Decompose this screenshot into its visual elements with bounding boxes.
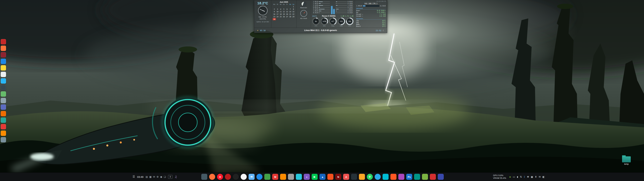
memory-bar-left [319, 3, 330, 4]
dock-app-youtube[interactable] [1, 124, 6, 130]
desktop-folder-temp[interactable]: temp [620, 155, 632, 165]
dock-app-media-player[interactable] [1, 52, 6, 58]
screenshot-icon[interactable]: ◉ [160, 176, 162, 178]
taskbar-app-amber[interactable] [359, 174, 365, 180]
calendar-grid: 1234567891011121314151617181920212223242… [271, 5, 296, 20]
memory-bar-left [319, 11, 330, 11]
music-player-icon[interactable]: ♫ [174, 175, 177, 178]
taskbar-app-mail[interactable]: ✉ [248, 174, 254, 180]
taskbar-app-whatsapp[interactable]: ✆ [367, 174, 373, 180]
calendar-weekday: Sa [289, 4, 292, 5]
memory-rows: 2.9GiB0.9GiB1.4GiB0.3GiB3.1GiB1.2GiB0.8G… [312, 1, 354, 14]
dock-app-browser-blue[interactable] [1, 59, 6, 64]
app-menu-button[interactable]: ⠿ [132, 175, 135, 179]
network-icon[interactable]: ⇅ [520, 176, 522, 178]
clipboard-icon[interactable]: ▣ [531, 176, 533, 178]
taskbar-app-terminal[interactable] [201, 174, 207, 180]
folder-label: temp [620, 163, 632, 165]
taskbar-app-play[interactable]: ▶ [312, 174, 318, 180]
mail-icon[interactable]: ✉ [153, 176, 155, 178]
calendar-day: 27 [286, 16, 289, 18]
dock-app-firefox[interactable] [1, 46, 6, 51]
dock-app-photos[interactable] [1, 91, 6, 97]
dock-app-telegram[interactable] [1, 78, 6, 84]
taskbar-app-photoshop[interactable]: Ps [406, 174, 412, 180]
shield-icon[interactable]: ✚ [527, 176, 529, 178]
calendar-day: 19 [282, 13, 286, 15]
dock-app-mail[interactable] [1, 72, 6, 77]
taskbar-app-firefox[interactable] [209, 174, 215, 180]
dock-app-settings[interactable] [1, 137, 6, 142]
clock-hour-hand [263, 10, 265, 12]
bluetooth-icon[interactable]: ᛒ [524, 176, 525, 178]
info-value: 0.42 MiB/s [377, 10, 386, 12]
taskbar-app-cyan[interactable] [296, 174, 302, 180]
sunrise-icon: ☀ [257, 30, 258, 32]
info-value: 4.6 GiB [380, 15, 386, 17]
taskbar-right-group: GPU 9.8% VRAM 55.4% ◈▭◖⇅ᛒ✚▣⬆✉◧ [493, 172, 545, 181]
settings-icon[interactable]: ⚙ [156, 176, 159, 178]
taskbar-app-black-circle[interactable] [233, 174, 239, 180]
taskbar-app-pin[interactable] [430, 174, 436, 180]
memory-bar-left [319, 2, 330, 2]
taskbar-app-appimage[interactable]: A [343, 174, 349, 180]
taskbar-app-blue-triangle[interactable]: ▲ [320, 174, 326, 180]
volume-icon[interactable]: ◖ [517, 176, 518, 178]
dock-app-vlc[interactable] [1, 111, 6, 116]
cpu-load: 1.48 1.71 1.26 [340, 15, 353, 17]
dock-app-red[interactable] [1, 39, 6, 44]
files-icon[interactable]: ▦ [149, 176, 152, 178]
dock-app-moon[interactable] [1, 65, 6, 70]
taskbar-app-shell[interactable]: » [304, 174, 310, 180]
calendar-weekday: Mo [273, 4, 276, 5]
calendar-day [286, 6, 289, 8]
dock-app-terminal[interactable] [1, 85, 6, 90]
memory-value-left: 0.5GiB [312, 12, 318, 14]
calendar-day: 24 [276, 16, 279, 18]
taskbar-app-indigo[interactable] [438, 174, 444, 180]
dock-app-orange[interactable] [1, 130, 6, 136]
gauge-label: GPU [346, 25, 353, 27]
taskbar-app-darkred[interactable] [225, 174, 231, 180]
taskbar-app-gray[interactable] [288, 174, 294, 180]
nvidia-icon[interactable]: ◈ [509, 176, 511, 178]
mail-tray-icon[interactable]: ✉ [539, 176, 541, 178]
battery-icon[interactable]: ◧ [542, 176, 545, 178]
taskbar-app-rust[interactable] [327, 174, 334, 180]
update-icon[interactable]: ⬆ [535, 176, 537, 178]
show-desktop-icon[interactable]: ▤ [146, 176, 148, 178]
info-value: 2.21 MiB/s [377, 12, 386, 14]
workspace-switcher[interactable]: 3 [168, 175, 172, 179]
taskbar-app-orange[interactable] [280, 174, 286, 180]
taskbar-app-black[interactable] [351, 174, 357, 180]
network-section: SensorenCPU43°CGPU52°CNVMe39°CBoard37°C [356, 18, 386, 27]
conky-system-panel: 2.9GiB0.9GiB1.4GiB0.3GiB3.1GiB1.2GiB0.8G… [311, 0, 355, 28]
dock-app-code[interactable] [1, 104, 6, 110]
taskbar-app-teal2[interactable] [414, 174, 420, 180]
gauge-value: 8% [315, 20, 317, 22]
taskbar-app-teal[interactable] [382, 174, 388, 180]
taskbar-clock[interactable]: 03:49 [137, 176, 144, 178]
taskbar-app-green[interactable] [264, 174, 270, 180]
conky-widget: 18.2°C klar · 57.8% 1014 hPa Uptime: 4d … [254, 0, 387, 33]
taskbar-app-white-circle[interactable] [241, 174, 247, 180]
calendar-day: 20 [286, 13, 289, 15]
memory-value-right: 0.1GiB [348, 6, 354, 8]
conky-calendar-panel: Juni 2025 MoDiMiDoFrSaSo 123456789101112… [271, 0, 296, 28]
taskbar-app-purple[interactable] [398, 174, 404, 180]
chat-icon[interactable]: ❏ [164, 176, 166, 178]
taskbar-app-green2[interactable] [422, 174, 428, 180]
taskbar-app-netflix[interactable]: N [335, 174, 341, 180]
memory-bar-left [319, 7, 330, 8]
taskbar-app-telegram[interactable] [375, 174, 381, 180]
calendar-day: 29 [292, 16, 295, 18]
taskbar-app-gmail[interactable]: M [272, 174, 278, 180]
taskbar-apps: O✉M»▶▲NA✆Ps [201, 172, 444, 181]
dock-app-green[interactable] [1, 118, 6, 123]
display-icon[interactable]: ▭ [513, 176, 515, 178]
taskbar-app-deep-orange[interactable] [390, 174, 396, 180]
dock-app-files[interactable] [1, 98, 6, 103]
calendar-day: 28 [289, 16, 292, 18]
taskbar-app-chromium[interactable] [256, 174, 262, 180]
taskbar-app-opera[interactable]: O [217, 174, 223, 180]
